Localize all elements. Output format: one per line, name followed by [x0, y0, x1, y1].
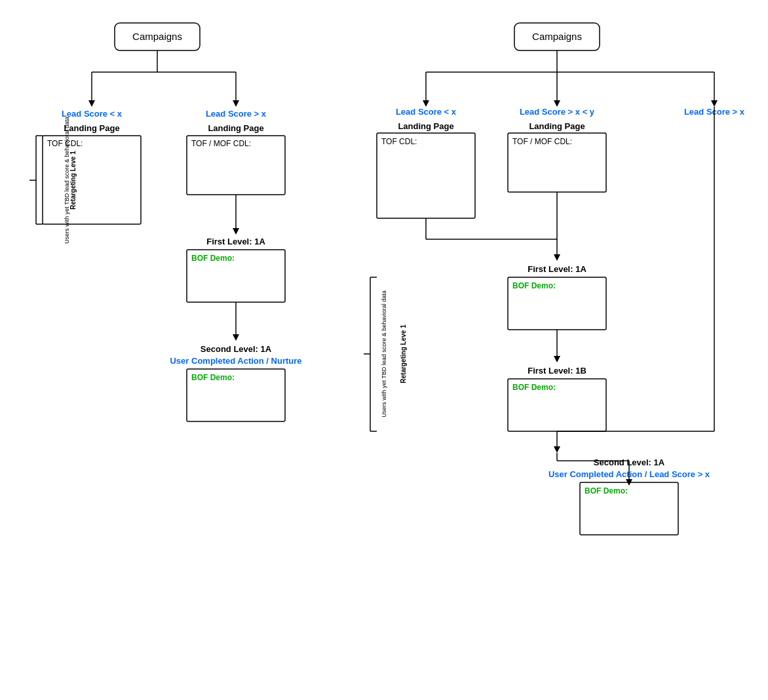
right-diagram: Campaigns Lead Score < x Lead Score > x …	[347, 10, 768, 680]
svg-marker-14	[233, 228, 239, 235]
right-lead-score-lt: Lead Score < x	[396, 107, 457, 117]
right-left-landing-label: Landing Page	[398, 121, 453, 131]
right-mid-landing-content: TOF / MOF CDL:	[512, 137, 572, 146]
right-retargeting-label: Retargeting Leve 1	[400, 324, 407, 383]
left-landing-label: Landing Page	[64, 123, 119, 133]
svg-marker-38	[554, 356, 560, 362]
left-bof2-content: BOF Demo:	[191, 373, 235, 382]
left-diagram-svg: Campaigns Lead Score < x Lead Score > x …	[13, 10, 334, 652]
svg-marker-4	[88, 100, 95, 107]
diagrams-wrapper: Campaigns Lead Score < x Lead Score > x …	[0, 0, 768, 690]
right-first-level-1b-label: First Level: 1B	[528, 366, 586, 376]
left-bof1-content: BOF Demo:	[191, 254, 235, 263]
svg-marker-27	[711, 100, 718, 107]
right-diagram-svg: Campaigns Lead Score < x Lead Score > x …	[347, 10, 768, 678]
right-landing-content: TOF / MOF CDL:	[191, 139, 251, 148]
right-first-level-1a-label: First Level: 1A	[528, 264, 586, 274]
right-mid-landing-label: Landing Page	[529, 121, 585, 131]
right-retargeting-sub: Users with yet TBD lead score & behavior…	[381, 290, 387, 417]
left-diagram: Campaigns Lead Score < x Lead Score > x …	[13, 10, 334, 680]
left-lead-score-lt: Lead Score < x	[62, 109, 123, 119]
svg-marker-17	[233, 334, 239, 341]
svg-marker-48	[554, 446, 560, 453]
right-lead-score-mid: Lead Score > x < y	[520, 107, 595, 117]
left-retargeting-sub: Users with yet TBD lead score & behavior…	[64, 117, 70, 243]
svg-rect-7	[43, 136, 141, 224]
svg-marker-23	[423, 100, 429, 107]
right-bof2-content: BOF Demo:	[585, 486, 628, 496]
right-left-landing-content: TOF CDL:	[381, 137, 417, 146]
svg-marker-6	[233, 100, 239, 107]
right-campaigns-title: Campaigns	[532, 31, 582, 42]
left-second-level-label: Second Level: 1A	[201, 344, 272, 354]
left-second-level-sub: User Completed Action / Nurture	[170, 356, 301, 366]
left-lead-score-gt: Lead Score > x	[206, 109, 267, 119]
left-retargeting-label: Retargeting Leve 1	[69, 151, 77, 210]
left-first-level-label: First Level: 1A	[206, 237, 265, 246]
right-bof1b-content: BOF Demo:	[512, 383, 556, 392]
right-bof1a-content: BOF Demo:	[512, 281, 556, 290]
svg-marker-25	[554, 100, 560, 107]
left-campaigns-title: Campaigns	[132, 31, 182, 42]
svg-marker-35	[554, 254, 560, 261]
right-landing-label: Landing Page	[208, 123, 263, 133]
